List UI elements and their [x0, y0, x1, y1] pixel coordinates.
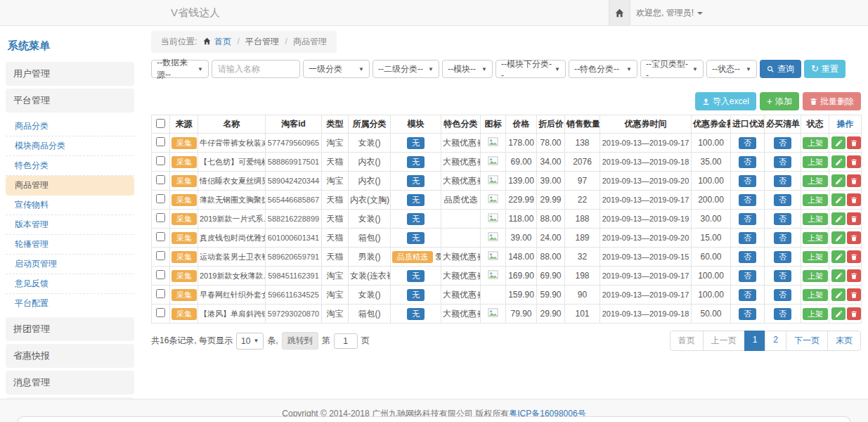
filter-select-1[interactable]: --二级分类--▼ [373, 60, 439, 78]
row-checkbox[interactable] [156, 137, 165, 146]
name-search-input[interactable] [212, 60, 300, 78]
pager-button-4[interactable]: 下一页 [786, 331, 828, 351]
row-checkbox[interactable] [156, 232, 165, 241]
delete-button[interactable] [847, 231, 861, 244]
data-source-select[interactable]: --数据来源--▼ [151, 60, 209, 78]
import-toggle-badge[interactable]: 否 [739, 137, 756, 149]
add-button[interactable]: + 添加 [760, 92, 799, 110]
status-badge[interactable]: 上架 [803, 175, 828, 187]
delete-button[interactable] [847, 307, 861, 320]
breadcrumb-home-link[interactable]: 首页 [214, 37, 231, 46]
search-button[interactable]: 查询 [760, 60, 801, 78]
edit-button[interactable] [831, 155, 846, 168]
row-checkbox[interactable] [156, 308, 165, 317]
filter-select-0[interactable]: 一级分类▼ [303, 60, 370, 78]
edit-button[interactable] [831, 136, 846, 149]
status-badge[interactable]: 上架 [803, 308, 828, 320]
must-buy-toggle-badge[interactable]: 否 [774, 213, 791, 225]
status-badge[interactable]: 上架 [803, 251, 828, 263]
filter-select-4[interactable]: --特色分类--▼ [569, 60, 637, 78]
sidebar-subitem-4[interactable]: 宣传物料 [6, 196, 134, 215]
delete-button[interactable] [847, 288, 861, 301]
must-buy-toggle-badge[interactable]: 否 [774, 270, 791, 282]
delete-button[interactable] [847, 193, 861, 206]
edit-button[interactable] [831, 250, 846, 263]
must-buy-toggle-badge[interactable]: 否 [774, 175, 791, 187]
sidebar-subitem-0[interactable]: 商品分类 [6, 117, 134, 136]
row-checkbox[interactable] [156, 289, 165, 298]
reset-button[interactable]: ↻ 重置 [804, 60, 846, 78]
import-toggle-badge[interactable]: 否 [739, 308, 756, 320]
must-buy-toggle-badge[interactable]: 否 [774, 251, 791, 263]
select-all-checkbox[interactable] [156, 119, 165, 128]
sidebar-subitem-9[interactable]: 平台配置 [6, 294, 134, 313]
delete-button[interactable] [847, 174, 861, 187]
edit-button[interactable] [831, 288, 846, 301]
user-menu[interactable]: 欢迎您, 管理员! [636, 0, 703, 25]
filter-select-5[interactable]: --宝贝类型--▼ [640, 60, 704, 78]
row-checkbox[interactable] [156, 156, 165, 165]
sidebar-subitem-1[interactable]: 模块商品分类 [6, 136, 134, 156]
import-toggle-badge[interactable]: 否 [739, 156, 756, 168]
status-badge[interactable]: 上架 [803, 137, 828, 149]
sidebar-item-top-1[interactable]: 平台管理 [6, 89, 134, 113]
delete-button[interactable] [847, 269, 861, 282]
sidebar-item-bottom-0[interactable]: 拼团管理 [6, 317, 134, 341]
must-buy-toggle-badge[interactable]: 否 [774, 308, 791, 320]
jump-button[interactable]: 跳转到 [282, 332, 318, 350]
home-button[interactable] [609, 0, 630, 25]
pager-button-1[interactable]: 上一页 [703, 331, 745, 351]
import-excel-button[interactable]: 导入excel [695, 92, 756, 110]
edit-button[interactable] [831, 212, 846, 225]
delete-button[interactable] [847, 155, 861, 168]
status-badge[interactable]: 上架 [803, 194, 828, 206]
row-checkbox[interactable] [156, 270, 165, 279]
sidebar-subitem-3[interactable]: 商品管理 [6, 176, 134, 196]
filter-select-3[interactable]: --模块下分类--▼ [495, 60, 566, 78]
must-buy-toggle-badge[interactable]: 否 [774, 289, 791, 301]
sidebar-item-top-0[interactable]: 用户管理 [6, 62, 134, 86]
must-buy-toggle-badge[interactable]: 否 [774, 194, 791, 206]
pager-button-5[interactable]: 末页 [827, 331, 861, 351]
edit-button[interactable] [831, 174, 846, 187]
row-checkbox[interactable] [156, 175, 165, 184]
must-buy-toggle-badge[interactable]: 否 [774, 137, 791, 149]
sidebar-subitem-5[interactable]: 版本管理 [6, 215, 134, 235]
edit-button[interactable] [831, 307, 846, 320]
page-size-select[interactable]: 10▼ [236, 333, 264, 350]
row-checkbox[interactable] [156, 213, 165, 222]
import-toggle-badge[interactable]: 否 [739, 232, 756, 244]
import-toggle-badge[interactable]: 否 [739, 289, 756, 301]
status-badge[interactable]: 上架 [803, 232, 828, 244]
edit-button[interactable] [831, 231, 846, 244]
status-badge[interactable]: 上架 [803, 156, 828, 168]
pager-button-0[interactable]: 首页 [670, 331, 704, 351]
row-checkbox[interactable] [156, 251, 165, 260]
status-badge[interactable]: 上架 [803, 213, 828, 225]
batch-delete-button[interactable]: 批量删除 [803, 92, 861, 110]
sidebar-subitem-6[interactable]: 轮播管理 [6, 235, 134, 255]
must-buy-toggle-badge[interactable]: 否 [774, 232, 791, 244]
page-number-input[interactable] [334, 333, 358, 349]
sidebar-subitem-8[interactable]: 意见反馈 [6, 274, 134, 294]
import-toggle-badge[interactable]: 否 [739, 270, 756, 282]
row-checkbox[interactable] [156, 194, 165, 203]
filter-select-6[interactable]: --状态--▼ [706, 60, 757, 78]
sidebar-subitem-2[interactable]: 特色分类 [6, 156, 134, 176]
import-toggle-badge[interactable]: 否 [739, 194, 756, 206]
import-toggle-badge[interactable]: 否 [739, 251, 756, 263]
edit-button[interactable] [831, 193, 846, 206]
status-badge[interactable]: 上架 [803, 270, 828, 282]
delete-button[interactable] [847, 212, 861, 225]
edit-button[interactable] [831, 269, 846, 282]
pager-button-3[interactable]: 2 [765, 331, 786, 351]
delete-button[interactable] [847, 250, 861, 263]
sidebar-item-bottom-1[interactable]: 省惠快报 [6, 344, 134, 368]
status-badge[interactable]: 上架 [803, 289, 828, 301]
sidebar-subitem-7[interactable]: 启动页管理 [6, 255, 134, 274]
import-toggle-badge[interactable]: 否 [739, 175, 756, 187]
pager-button-2[interactable]: 1 [744, 331, 766, 351]
delete-button[interactable] [847, 136, 861, 149]
import-toggle-badge[interactable]: 否 [739, 213, 756, 225]
filter-select-2[interactable]: --模块--▼ [442, 60, 493, 78]
